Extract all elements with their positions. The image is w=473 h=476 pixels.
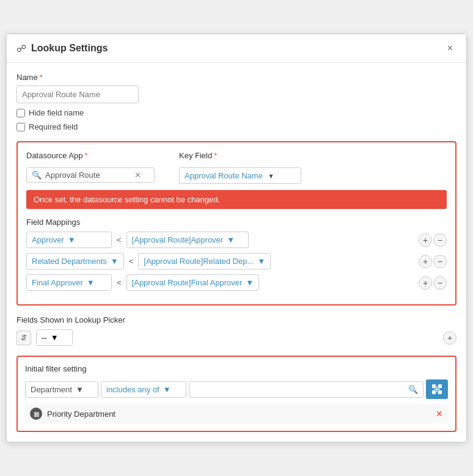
- lookup-settings-dialog: ☍ Lookup Settings × Name* Hide field nam…: [6, 34, 467, 442]
- filter-op-chevron-icon: ▼: [163, 385, 171, 394]
- filter-value-input[interactable]: [194, 385, 406, 394]
- mapping-row-0: Approver ▼ < [Approval Route]Approver ▼ …: [26, 232, 447, 248]
- datasource-key-row: Datasource App* 🔍 ✕ Key Field* Approval …: [26, 151, 447, 184]
- plus-minus-2: + −: [419, 276, 447, 290]
- hide-field-name-checkbox[interactable]: [16, 109, 25, 117]
- filter-title: Initial filter setting: [25, 364, 448, 373]
- svg-rect-3: [438, 390, 442, 394]
- dialog-header: ☍ Lookup Settings ×: [7, 34, 466, 63]
- lookup-icon: ☍: [16, 43, 26, 54]
- datasource-search-wrap[interactable]: 🔍 ✕: [26, 167, 155, 183]
- filter-field-chevron-icon: ▼: [76, 385, 84, 394]
- required-field-checkbox[interactable]: [16, 123, 25, 131]
- minus-btn-0[interactable]: −: [433, 233, 447, 247]
- mapping-arrow-1: <: [129, 257, 134, 266]
- filter-value-wrap[interactable]: 🔍: [189, 381, 424, 398]
- datasource-search-input[interactable]: [45, 170, 131, 180]
- mapping-arrow-0: <: [117, 235, 122, 244]
- required-field-row: Required field: [16, 122, 457, 131]
- fields-shown-label: Fields Shown in Lookup Picker: [16, 315, 457, 324]
- datasource-clear-icon[interactable]: ✕: [134, 170, 141, 180]
- svg-rect-0: [432, 384, 436, 388]
- filter-search-icon: 🔍: [408, 385, 418, 394]
- filter-row: Department ▼ includes any of ▼ 🔍: [25, 379, 448, 399]
- mapping-row-1: Related Departments ▼ < [Approval Route]…: [26, 253, 447, 269]
- key-field-label: Key Field*: [179, 151, 301, 160]
- svg-rect-2: [432, 390, 436, 394]
- datasource-label: Datasource App*: [26, 151, 155, 160]
- filter-op-select[interactable]: includes any of ▼: [101, 381, 186, 398]
- datasource-col: Datasource App* 🔍 ✕: [26, 151, 155, 184]
- minus-btn-2[interactable]: −: [433, 276, 447, 290]
- mapping-left-2[interactable]: Final Approver ▼: [26, 274, 112, 291]
- filter-field-select[interactable]: Department ▼: [25, 381, 98, 398]
- key-field-required-star: *: [214, 151, 217, 160]
- mapping-left-chevron-2: ▼: [87, 278, 95, 287]
- mapping-left-chevron-0: ▼: [68, 235, 76, 244]
- name-section: Name*: [16, 73, 457, 103]
- field-mappings-label: Field Mappings: [26, 218, 447, 227]
- close-button[interactable]: ×: [444, 42, 457, 55]
- hide-field-name-row: Hide field name: [16, 108, 457, 117]
- dash-select[interactable]: -- ▼: [36, 329, 73, 346]
- key-field-col: Key Field* Approval Route Name ▼: [179, 151, 301, 184]
- filter-icon-button[interactable]: [426, 379, 448, 399]
- datasource-section: Datasource App* 🔍 ✕ Key Field* Approval …: [16, 141, 457, 306]
- name-required-star: *: [40, 73, 43, 82]
- datasource-required-star: *: [85, 151, 88, 160]
- plus-minus-1: + −: [419, 255, 447, 268]
- mapping-row-2: Final Approver ▼ < [Approval Route]Final…: [26, 274, 447, 291]
- filter-grid-icon: [431, 384, 442, 395]
- svg-rect-1: [438, 384, 442, 388]
- mapping-right-chevron-1: ▼: [257, 257, 265, 266]
- mapping-right-0[interactable]: [Approval Route]Approver ▼: [127, 232, 249, 248]
- mapping-arrow-2: <: [117, 278, 122, 287]
- datasource-alert-banner: Once set, the datasource setting cannot …: [26, 190, 447, 209]
- plus-btn-1[interactable]: +: [419, 255, 432, 268]
- dash-chevron-icon: ▼: [51, 333, 59, 342]
- sort-button[interactable]: ⇵: [16, 331, 31, 345]
- hide-field-name-label: Hide field name: [29, 108, 84, 117]
- fields-shown-row: ⇵ -- ▼ +: [16, 329, 457, 346]
- mapping-left-0[interactable]: Approver ▼: [26, 232, 112, 248]
- mapping-right-chevron-2: ▼: [246, 278, 254, 287]
- dialog-header-left: ☍ Lookup Settings: [16, 43, 108, 54]
- dialog-title: Lookup Settings: [31, 43, 108, 54]
- mapping-right-2[interactable]: [Approval Route]Final Approver ▼: [127, 274, 260, 291]
- name-input[interactable]: [16, 86, 139, 103]
- mapping-left-1[interactable]: Related Departments ▼: [26, 253, 124, 269]
- name-label: Name*: [16, 73, 457, 82]
- required-field-label: Required field: [29, 122, 78, 131]
- plus-btn-2[interactable]: +: [419, 276, 432, 290]
- add-field-shown-button[interactable]: +: [443, 331, 457, 345]
- mapping-left-chevron-1: ▼: [111, 257, 119, 266]
- mapping-right-chevron-0: ▼: [227, 235, 235, 244]
- priority-text: Priority Department: [47, 409, 116, 419]
- priority-remove-button[interactable]: ✕: [436, 409, 443, 419]
- plus-minus-0: + −: [419, 233, 447, 247]
- plus-btn-0[interactable]: +: [419, 233, 432, 247]
- key-field-select[interactable]: Approval Route Name ▼: [179, 167, 301, 184]
- priority-icon: ▩: [30, 408, 42, 420]
- datasource-search-icon: 🔍: [32, 170, 42, 180]
- key-field-chevron-icon: ▼: [268, 172, 274, 180]
- mapping-right-1[interactable]: [Approval Route]Related Dep... ▼: [138, 253, 271, 269]
- dialog-body: Name* Hide field name Required field Dat…: [7, 63, 466, 442]
- priority-row: ▩ Priority Department ✕: [25, 404, 448, 423]
- filter-section: Initial filter setting Department ▼ incl…: [16, 356, 457, 432]
- minus-btn-1[interactable]: −: [433, 255, 447, 268]
